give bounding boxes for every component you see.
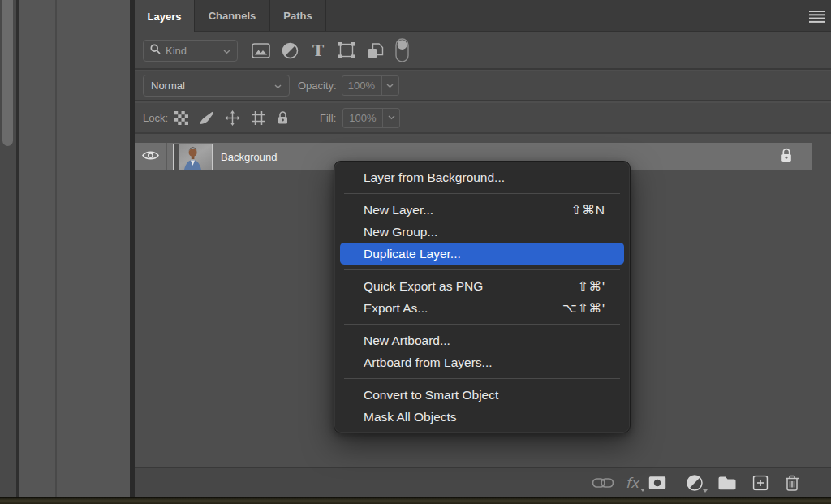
- panel-menu-icon: [809, 11, 825, 25]
- menu-item-artboard-from-layers[interactable]: Artboard from Layers...: [340, 351, 624, 373]
- opacity-label: Opacity:: [298, 80, 337, 92]
- layer-style-fx-button[interactable]: fx: [626, 475, 639, 491]
- scrollbar-thumb[interactable]: [2, 0, 13, 146]
- tab-layers-label: Layers: [148, 11, 182, 23]
- layer-name: Background: [221, 151, 277, 163]
- search-icon: [150, 44, 161, 57]
- lock-image-brush-icon[interactable]: [199, 111, 214, 125]
- new-layer-button[interactable]: [753, 475, 769, 490]
- desktop-edge-sliver: [0, 497, 831, 504]
- lock-position-move-icon[interactable]: [225, 110, 240, 126]
- lock-label: Lock:: [143, 112, 168, 124]
- left-scrollbar-track: [0, 0, 16, 497]
- filter-kind-dropdown[interactable]: Kind: [143, 40, 238, 62]
- menu-item-layer-from-background[interactable]: Layer from Background...: [340, 166, 624, 188]
- link-layers-button[interactable]: [592, 477, 614, 488]
- menu-item-new-artboard[interactable]: New Artboard...: [340, 330, 624, 351]
- adjacent-panel-area: [19, 0, 130, 497]
- menu-item-new-layer[interactable]: New Layer... ⇧⌘N: [340, 199, 624, 221]
- menu-separator: [344, 193, 620, 194]
- layer-thumbnail[interactable]: [173, 144, 213, 170]
- adjustment-layers-filter-button[interactable]: [282, 42, 299, 59]
- layer-visibility-toggle[interactable]: [135, 143, 167, 170]
- opacity-input[interactable]: 100%: [342, 75, 399, 96]
- blend-mode-dropdown[interactable]: Normal: [143, 75, 290, 97]
- fill-input[interactable]: 100%: [342, 108, 400, 128]
- photoshop-layers-panel-screenshot: Layers Channels Paths Kind: [0, 0, 831, 504]
- blend-mode-value: Normal: [151, 80, 185, 92]
- chevron-down-icon: [274, 80, 282, 92]
- smart-object-layers-filter-button[interactable]: [367, 42, 384, 59]
- menu-separator: [344, 269, 620, 270]
- filter-toggle-switch[interactable]: [395, 38, 409, 62]
- opacity-value: 100%: [342, 80, 381, 92]
- shape-layers-filter-button[interactable]: [338, 41, 355, 59]
- svg-text:T: T: [312, 42, 324, 58]
- tab-layers[interactable]: Layers: [135, 0, 195, 32]
- add-layer-mask-button[interactable]: [648, 476, 666, 489]
- layers-context-menu: Layer from Background... New Layer... ⇧⌘…: [334, 161, 631, 433]
- tab-paths[interactable]: Paths: [270, 0, 326, 31]
- fill-value: 100%: [343, 112, 382, 124]
- filter-row: Kind T: [135, 32, 831, 70]
- chevron-down-icon[interactable]: [382, 109, 399, 127]
- new-group-button[interactable]: [718, 476, 737, 489]
- fill-label: Fill:: [320, 112, 336, 124]
- filter-kind-value: Kind: [166, 45, 187, 57]
- menu-separator: [344, 378, 620, 379]
- menu-item-convert-to-smart-object[interactable]: Convert to Smart Object: [340, 384, 624, 406]
- fx-dropdown-arrow-icon: [640, 489, 645, 492]
- lock-row: Lock: Fill: 100%: [135, 103, 831, 134]
- menu-item-duplicate-layer[interactable]: Duplicate Layer...: [340, 243, 624, 265]
- blend-mode-row: Normal Opacity: 100%: [135, 71, 831, 101]
- type-layers-filter-button[interactable]: T: [310, 42, 326, 58]
- menu-item-mask-all-objects[interactable]: Mask All Objects: [340, 406, 624, 428]
- image-layers-filter-button[interactable]: [252, 43, 270, 58]
- lock-artboard-icon[interactable]: [251, 110, 266, 126]
- lock-all-icon[interactable]: [277, 110, 289, 125]
- visibility-eye-icon: [142, 149, 159, 164]
- locked-badge-icon: [780, 148, 793, 166]
- layers-bottom-toolbar: fx: [135, 467, 831, 497]
- menu-item-export-as[interactable]: Export As... ⌥⇧⌘': [340, 297, 624, 319]
- menu-item-new-group[interactable]: New Group...: [340, 221, 624, 243]
- fx-icon: fx: [626, 475, 639, 491]
- menu-separator: [344, 324, 620, 325]
- adjustment-dropdown-arrow-icon: [703, 489, 708, 493]
- chevron-down-icon: [223, 45, 230, 57]
- filter-type-buttons: T: [252, 38, 409, 62]
- menu-item-quick-export-as-png[interactable]: Quick Export as PNG ⇧⌘': [340, 275, 624, 297]
- tab-channels[interactable]: Channels: [195, 0, 270, 31]
- lock-buttons: [174, 110, 289, 126]
- panel-menu-button[interactable]: [809, 11, 825, 23]
- delete-layer-button[interactable]: [785, 475, 799, 491]
- tab-channels-label: Channels: [209, 10, 256, 22]
- chevron-down-icon[interactable]: [381, 76, 398, 95]
- panel-edge-line: [55, 0, 57, 497]
- lock-transparency-icon[interactable]: [174, 111, 188, 125]
- new-adjustment-layer-button[interactable]: [687, 474, 704, 491]
- tab-paths-label: Paths: [283, 10, 312, 22]
